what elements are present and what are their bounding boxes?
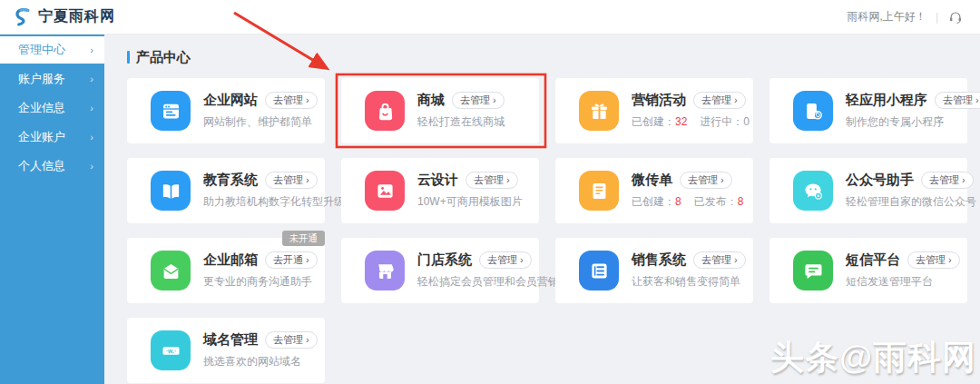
chevron-right-icon: › [90, 44, 93, 55]
chevron-right-icon: › [90, 161, 93, 172]
sidebar-item-account-services[interactable]: 账户服务 › [0, 65, 104, 93]
product-desc: 制作您的专属小程序 [846, 114, 967, 130]
website-icon [151, 91, 191, 131]
product-title: 营销活动 [632, 92, 686, 109]
product-title: 商城 [417, 92, 445, 109]
top-header: 宁夏雨科网 雨科网,上午好！ | [0, 0, 980, 34]
stat-value: 32 [675, 115, 687, 128]
manage-button[interactable]: 去管理 › [693, 251, 746, 269]
product-desc: 挑选喜欢的网站域名 [203, 354, 318, 369]
product-title: 短信平台 [846, 251, 900, 269]
sales-list-icon [579, 251, 619, 290]
domain-icon: ·w.· [151, 330, 191, 370]
product-stats: 已创建：8已发布：8 [632, 194, 743, 210]
sidebar-item-label: 管理中心 [18, 42, 65, 58]
manage-button[interactable]: 去管理 › [265, 331, 318, 349]
stat-label: 进行中： [700, 115, 743, 128]
sidebar-item-personal-info[interactable]: 个人信息 › [0, 153, 104, 180]
product-card-enterprise-mail: 未开通 企业邮箱 去开通 › 更专业的商务沟通助手 [127, 238, 325, 303]
section-title-text: 产品中心 [136, 49, 191, 66]
product-card-domain: ·w.· 域名管理 去管理 › 挑选喜欢的网站域名 [127, 318, 325, 383]
product-desc: 轻松打造在线商城 [417, 114, 505, 130]
svg-text:·w.·: ·w.· [165, 347, 175, 353]
product-desc: 短信发送管理平台 [846, 274, 960, 290]
sidebar: 管理中心 › 账户服务 › 企业信息 › 企业账户 › 个人信息 › [0, 34, 104, 384]
logo[interactable]: 宁夏雨科网 [11, 6, 115, 28]
product-desc: 轻松管理自家的微信公众号 [846, 194, 967, 210]
sidebar-item-management-center[interactable]: 管理中心 › [0, 36, 104, 64]
product-card-education: 教育系统 去管理 › 助力教培机构数字化转型升级 [127, 158, 325, 223]
product-desc: 更专业的商务沟通助手 [203, 274, 318, 290]
flyer-icon [579, 171, 619, 211]
product-title: 域名管理 [203, 331, 258, 349]
sidebar-item-label: 企业账户 [18, 129, 65, 145]
wechat-bubble-icon [793, 171, 833, 211]
sms-bubble-icon [793, 251, 833, 290]
main-content: 产品中心 企业网站 去管理 › 网站制作、维护都简单 商城 [104, 34, 980, 384]
product-card-mall: 商城 去管理 › 轻松打造在线商城 [341, 78, 539, 143]
sidebar-item-company-info[interactable]: 企业信息 › [0, 94, 104, 122]
section-title-bar [127, 51, 130, 64]
manage-button[interactable]: 去管理 › [466, 172, 518, 189]
product-title: 企业邮箱 [203, 251, 258, 269]
product-stats: 已创建：32进行中：0 [632, 114, 750, 130]
stat-label: 已创建： [632, 195, 675, 208]
product-card-official-account: 公众号助手 去管理 › 轻松管理自家的微信公众号 [769, 158, 967, 223]
storefront-icon [365, 251, 405, 290]
product-card-store-system: 门店系统 去管理 › 轻松搞定会员管理和会员营销 [341, 238, 539, 303]
product-card-sales-system: 销售系统 去管理 › 让获客和销售变得简单 [555, 238, 753, 303]
product-title: 云设计 [417, 172, 458, 189]
stat-value: 8 [738, 195, 744, 208]
product-desc: 轻松搞定会员管理和会员营销 [417, 274, 539, 290]
headset-icon[interactable] [947, 9, 964, 25]
logo-text: 宁夏雨科网 [38, 7, 115, 26]
product-desc: 网站制作、维护都简单 [203, 114, 318, 130]
activate-button[interactable]: 去开通 › [265, 251, 318, 269]
stat-label: 已创建： [632, 115, 675, 128]
manage-button[interactable]: 去管理 › [680, 172, 732, 189]
product-title: 企业网站 [203, 92, 258, 109]
manage-button[interactable]: 去管理 › [907, 251, 960, 269]
image-icon [365, 171, 405, 211]
product-desc: 10W+可商用模板图片 [417, 194, 523, 210]
stat-value: 8 [675, 195, 681, 208]
chevron-right-icon: › [90, 103, 93, 113]
manage-button[interactable]: 去管理 › [452, 92, 505, 109]
product-card-website: 企业网站 去管理 › 网站制作、维护都简单 [127, 78, 325, 143]
product-title: 门店系统 [417, 251, 472, 269]
product-title: 教育系统 [203, 172, 258, 189]
product-grid: 企业网站 去管理 › 网站制作、维护都简单 商城 去管理 › 轻松打造在线商城 [127, 78, 980, 383]
manage-button[interactable]: 去管理 › [935, 92, 980, 109]
manage-button[interactable]: 去管理 › [479, 251, 532, 269]
manage-button[interactable]: 去管理 › [921, 172, 974, 189]
product-title: 轻应用小程序 [846, 92, 927, 109]
sidebar-item-label: 个人信息 [18, 158, 65, 174]
product-title: 公众号助手 [846, 172, 914, 189]
product-card-sms-platform: 短信平台 去管理 › 短信发送管理平台 [769, 238, 967, 303]
product-desc: 让获客和销售变得简单 [632, 274, 746, 290]
product-card-micro-flyer: 微传单 去管理 › 已创建：8已发布：8 [555, 158, 753, 223]
header-separator: | [936, 11, 938, 24]
stat-label: 已发布： [694, 195, 738, 208]
chevron-right-icon: › [90, 132, 93, 143]
manage-button[interactable]: 去管理 › [265, 172, 318, 189]
product-card-marketing: 营销活动 去管理 › 已创建：32进行中：0 [555, 78, 753, 143]
product-card-miniapp: 轻应用小程序 去管理 › 制作您的专属小程序 [769, 78, 967, 143]
product-title: 销售系统 [632, 251, 686, 269]
mall-icon [365, 91, 405, 131]
manage-button[interactable]: 去管理 › [693, 92, 746, 109]
education-book-icon [151, 171, 191, 211]
envelope-icon [151, 251, 191, 290]
greeting-text: 雨科网,上午好！ [848, 9, 926, 25]
not-activated-tag: 未开通 [282, 231, 326, 246]
product-desc: 助力教培机构数字化转型升级 [203, 194, 325, 210]
section-title: 产品中心 [127, 49, 980, 65]
sidebar-item-label: 账户服务 [18, 71, 65, 87]
sidebar-item-company-account[interactable]: 企业账户 › [0, 123, 104, 151]
stat-value: 0 [743, 115, 750, 128]
product-card-cloud-design: 云设计 去管理 › 10W+可商用模板图片 [341, 158, 539, 223]
product-title: 微传单 [632, 172, 672, 189]
chevron-right-icon: › [90, 74, 93, 84]
manage-button[interactable]: 去管理 › [265, 92, 318, 109]
gift-icon [579, 91, 619, 131]
